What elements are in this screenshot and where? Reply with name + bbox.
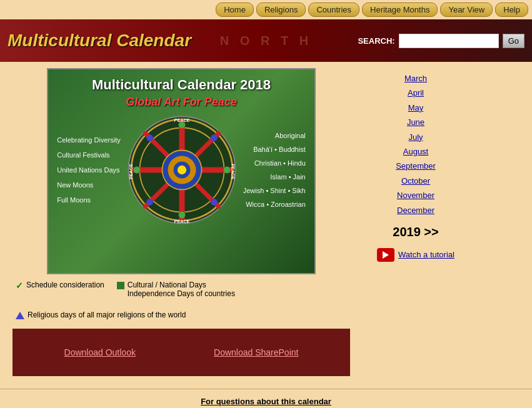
header-bg-text: N O R T H — [220, 34, 312, 48]
left-label: Celebrating Diversity — [57, 136, 120, 144]
search-input[interactable] — [399, 34, 499, 48]
left-label: Full Moons — [57, 196, 120, 204]
svg-text:PEACE: PEACE — [174, 219, 189, 224]
legend-schedule: ✓ Schedule consideration — [16, 281, 104, 291]
svg-text:PEACE: PEACE — [230, 164, 236, 179]
nav-item-year-view[interactable]: Year View — [440, 2, 493, 17]
watch-tutorial-link[interactable]: Watch a tutorial — [398, 250, 454, 259]
mandala-image: PEACE PEACE PEACE PEACE — [126, 114, 238, 226]
top-navigation: HomeReligionsCountriesHeritage MonthsYea… — [0, 0, 532, 19]
month-link-august[interactable]: August — [396, 144, 436, 159]
month-link-march[interactable]: March — [396, 71, 436, 86]
svg-text:PEACE: PEACE — [128, 164, 134, 179]
year-link[interactable]: 2019 >> — [393, 225, 438, 239]
month-link-october[interactable]: October — [396, 174, 436, 188]
svg-point-18 — [223, 167, 230, 174]
right-label: Jewish • Shint • Sikh — [243, 187, 306, 194]
legend-cultural: Cultural / National DaysIndependence Day… — [117, 281, 235, 298]
left-labels: Celebrating DiversityCultural FestivalsU… — [57, 136, 120, 204]
search-label: SEARCH: — [358, 36, 394, 46]
nav-item-heritage-months[interactable]: Heritage Months — [362, 2, 438, 17]
right-label: Bahá'í • Buddhist — [243, 146, 306, 153]
nav-item-countries[interactable]: Countries — [308, 2, 359, 17]
svg-text:PEACE: PEACE — [174, 117, 189, 123]
calendar-image-box: Multicultural Calendar 2018 Global Art F… — [47, 68, 316, 274]
triangle-icon — [16, 312, 24, 319]
check-icon: ✓ — [16, 281, 23, 291]
nav-item-help[interactable]: Help — [495, 2, 528, 17]
watch-tutorial-area: Watch a tutorial — [377, 248, 454, 262]
right-label: Aboriginal — [243, 132, 306, 139]
svg-point-22 — [211, 199, 218, 206]
left-label: Cultural Festivals — [57, 151, 120, 159]
svg-point-20 — [211, 134, 218, 141]
mandala-area: Celebrating DiversityCultural FestivalsU… — [56, 114, 307, 226]
legend-cultural-text: Cultural / National DaysIndependence Day… — [128, 281, 235, 298]
svg-point-17 — [133, 167, 140, 174]
month-link-april[interactable]: April — [396, 86, 436, 100]
svg-point-16 — [178, 212, 185, 219]
video-icon — [377, 248, 394, 262]
page-footer: For questions about this calendar © Copy… — [0, 389, 532, 408]
legend-religious-text: Religious days of all major religions of… — [28, 311, 186, 319]
nav-item-home[interactable]: Home — [216, 2, 254, 17]
legend: ✓ Schedule consideration Cultural / Nati… — [6, 274, 356, 326]
month-link-july[interactable]: July — [396, 130, 436, 144]
left-label: United Nations Days — [57, 166, 120, 174]
month-link-december[interactable]: December — [396, 203, 436, 217]
svg-point-21 — [146, 199, 153, 206]
month-link-september[interactable]: September — [396, 159, 436, 173]
calendar-subtitle: Global Art For Peace — [126, 96, 236, 109]
left-label: New Moons — [57, 181, 120, 189]
square-icon — [117, 282, 124, 289]
search-area: SEARCH: Go — [358, 34, 524, 48]
play-icon — [383, 251, 389, 259]
right-labels: AboriginalBahá'í • BuddhistChristian • H… — [243, 132, 306, 208]
right-label: Wicca • Zoroastrian — [243, 201, 306, 208]
svg-point-19 — [146, 134, 153, 141]
download-sharepoint-link[interactable]: Download SharePoint — [214, 347, 298, 357]
nav-item-religions[interactable]: Religions — [256, 2, 306, 17]
legend-schedule-text: Schedule consideration — [26, 281, 104, 289]
sidebar: MarchAprilMayJuneJulyAugustSeptemberOcto… — [363, 68, 469, 382]
month-links: MarchAprilMayJuneJulyAugustSeptemberOcto… — [396, 71, 436, 217]
main-content: Multicultural Calendar 2018 Global Art F… — [0, 62, 532, 389]
calendar-title: Multicultural Calendar 2018 — [92, 77, 271, 93]
right-label: Christian • Hindu — [243, 159, 306, 167]
month-link-may[interactable]: May — [396, 101, 436, 115]
right-label: Islam • Jain — [243, 173, 306, 181]
page-header: Multicultural Calendar N O R T H SEARCH:… — [0, 19, 532, 62]
download-bar: Download Outlook Download SharePoint — [13, 329, 350, 376]
footer-question: For questions about this calendar — [8, 397, 524, 406]
legend-religious: Religious days of all major religions of… — [16, 311, 186, 319]
month-link-june[interactable]: June — [396, 115, 436, 129]
download-outlook-link[interactable]: Download Outlook — [64, 347, 136, 357]
site-title: Multicultural Calendar — [8, 31, 191, 51]
svg-point-14 — [178, 166, 186, 174]
go-button[interactable]: Go — [503, 34, 524, 48]
month-link-november[interactable]: November — [396, 188, 436, 202]
calendar-area: Multicultural Calendar 2018 Global Art F… — [6, 68, 356, 382]
